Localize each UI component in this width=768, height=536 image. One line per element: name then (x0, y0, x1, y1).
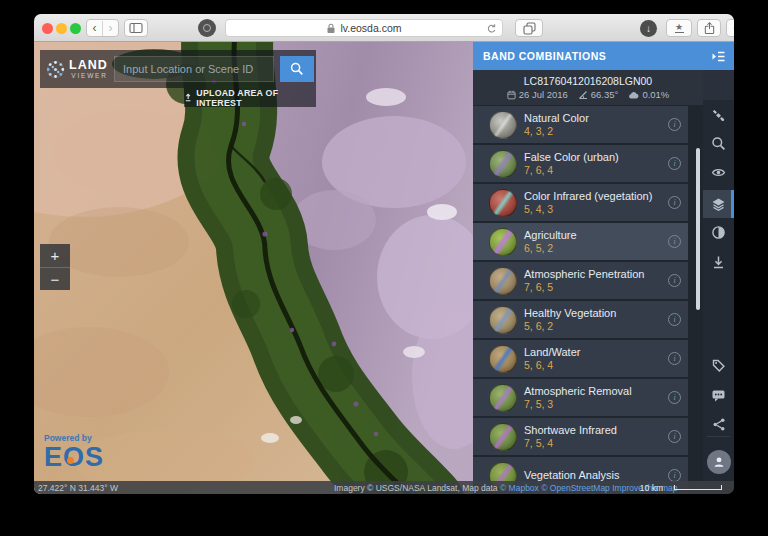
bookmarks-button[interactable]: ★ (666, 19, 692, 37)
cursor-coordinates: 27.422° N 31.443° W (38, 483, 118, 493)
new-tab-button[interactable]: + (726, 19, 734, 37)
contrast-tool-button[interactable] (703, 218, 734, 246)
layers-icon (711, 197, 726, 212)
scene-cloudiness: 0.01% (628, 89, 669, 100)
info-icon[interactable]: i (668, 313, 681, 326)
share-icon (712, 417, 726, 432)
band-item-atmospheric-penetration[interactable]: Atmospheric Penetration7, 6, 5 i (473, 262, 688, 299)
scene-id: LC81760412016208LGN00 (524, 75, 652, 87)
scene-sun-elevation: 66.35° (578, 89, 619, 100)
band-item-healthy-vegetation[interactable]: Healthy Vegetation5, 6, 2 i (473, 301, 688, 338)
band-item-shortwave-infrared[interactable]: Shortwave Infrared7, 5, 4 i (473, 418, 688, 455)
search-button[interactable] (280, 56, 314, 82)
down-arrow-icon: ↓ (646, 23, 651, 34)
location-search-input[interactable] (114, 56, 274, 82)
band-thumbnail (489, 150, 517, 178)
scene-meta: 26 Jul 2016 66.35° 0.01% (507, 89, 670, 100)
cloud-icon (628, 91, 639, 99)
search-icon (711, 136, 726, 151)
zoom-out-button[interactable]: − (40, 267, 70, 290)
reload-button[interactable] (486, 23, 497, 34)
view-tool-button[interactable] (703, 158, 734, 186)
star-underline (675, 32, 684, 34)
address-bar[interactable]: lv.eosda.com (225, 19, 503, 37)
landviewer-globe-icon (46, 60, 65, 79)
overlapping-pages-icon (523, 22, 536, 35)
band-item-color-infrared[interactable]: Color Infrared (vegetation)5, 4, 3 i (473, 184, 688, 221)
download-icon (711, 255, 726, 270)
info-icon[interactable]: i (668, 352, 681, 365)
feedback-tool-button[interactable] (703, 381, 734, 409)
list-scrollbar[interactable] (696, 148, 700, 310)
satellite-icon (711, 108, 726, 123)
scale-bar (674, 485, 722, 490)
band-item-agriculture[interactable]: Agriculture6, 5, 2 i (473, 223, 688, 260)
forward-button[interactable]: › (103, 21, 118, 36)
app-content: LAND VIEWER (34, 42, 734, 494)
minimize-window-button[interactable] (56, 23, 67, 34)
info-icon[interactable]: i (668, 196, 681, 209)
search-icon (290, 62, 304, 76)
calendar-icon (507, 90, 516, 100)
openstreetmap-link[interactable]: © OpenStreetMap (541, 483, 610, 493)
back-button[interactable]: ‹ (87, 21, 103, 36)
account-button[interactable] (703, 446, 734, 478)
map-zoom-control: + − (40, 244, 70, 290)
map-canvas[interactable]: LAND VIEWER (34, 42, 473, 494)
info-icon[interactable]: i (668, 157, 681, 170)
band-combinations-panel: BAND COMBINATIONS LC81760412016208LGN00 … (473, 42, 703, 494)
sidebar-icon (129, 22, 143, 34)
scene-search-tool-button[interactable] (703, 101, 734, 129)
zoom-in-button[interactable]: + (40, 244, 70, 267)
band-item-false-color-urban[interactable]: False Color (urban)7, 6, 4 i (473, 145, 688, 182)
band-thumbnail (489, 189, 517, 217)
plus-icon: + (733, 21, 734, 36)
close-window-button[interactable] (42, 23, 53, 34)
info-icon[interactable]: i (668, 274, 681, 287)
download-tool-button[interactable] (703, 248, 734, 276)
landviewer-wordmark: LAND VIEWER (69, 59, 108, 80)
band-thumbnail (489, 111, 517, 139)
eye-icon (711, 167, 726, 178)
pricing-tool-button[interactable] (703, 351, 734, 379)
eos-logo[interactable]: Powered by EOS (44, 434, 104, 471)
eos-orange-dot (67, 457, 74, 464)
hide-panel-icon (711, 49, 726, 64)
zoom-window-button[interactable] (70, 23, 81, 34)
extension-icon (203, 24, 211, 32)
scale-label: 10 km (640, 483, 663, 493)
upload-area-of-interest-button[interactable]: UPLOAD AREA OF INTEREST (184, 88, 316, 107)
info-icon[interactable]: i (668, 235, 681, 248)
band-item-land-water[interactable]: Land/Water5, 6, 4 i (473, 340, 688, 377)
sidebar-button[interactable] (124, 19, 148, 37)
logo-land: LAND (69, 59, 108, 72)
band-thumbnail (489, 384, 517, 412)
share-page-button[interactable] (697, 19, 721, 37)
panel-header: BAND COMBINATIONS (473, 42, 703, 70)
logo-viewer: VIEWER (71, 73, 107, 80)
info-icon[interactable]: i (668, 430, 681, 443)
landviewer-logo: LAND VIEWER (46, 59, 108, 80)
band-item-natural-color[interactable]: Natural Color4, 3, 2 i (473, 106, 688, 143)
share-tool-button[interactable] (703, 410, 734, 438)
browser-toolbar: ‹ › lv.eosda.com (34, 14, 734, 42)
band-item-atmospheric-removal[interactable]: Atmospheric Removal7, 5, 3 i (473, 379, 688, 416)
band-thumbnail (489, 306, 517, 334)
tab-overview-button[interactable] (515, 19, 543, 37)
sun-angle-icon (578, 90, 588, 100)
collapse-panel-button[interactable] (703, 42, 734, 70)
mapbox-link[interactable]: © Mapbox (500, 483, 539, 493)
toolbar-divider (707, 436, 730, 437)
extension-button[interactable] (198, 19, 216, 37)
info-icon[interactable]: i (668, 118, 681, 131)
search-overlay: LAND VIEWER (40, 50, 316, 88)
share-box-icon (703, 21, 716, 35)
upload-label: UPLOAD AREA OF INTEREST (196, 88, 316, 108)
status-bar: 27.422° N 31.443° W Imagery © USGS/NASA … (34, 481, 734, 494)
info-icon[interactable]: i (668, 391, 681, 404)
band-combinations-tool-button[interactable] (703, 190, 734, 218)
history-nav: ‹ › (86, 19, 119, 37)
search-tool-button[interactable] (703, 129, 734, 157)
right-toolbar (703, 42, 734, 494)
download-badge-button[interactable]: ↓ (640, 20, 657, 37)
